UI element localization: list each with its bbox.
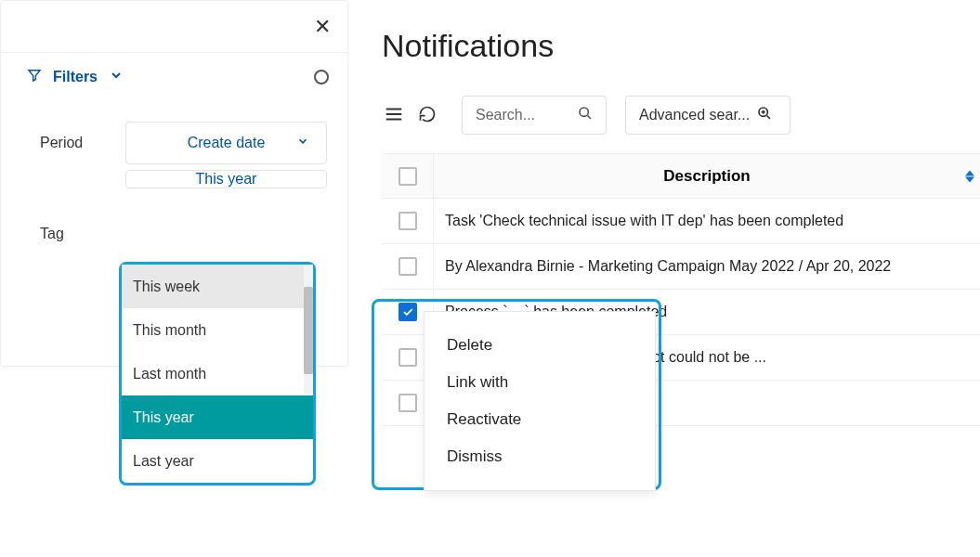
refresh-icon (418, 105, 437, 126)
scrollbar-track[interactable] (304, 265, 313, 395)
filters-toggle[interactable]: Filters (27, 68, 124, 86)
menu-button[interactable] (382, 103, 406, 127)
select-all-checkbox[interactable] (399, 167, 417, 186)
row-checkbox[interactable] (399, 257, 417, 276)
close-icon: ✕ (314, 15, 331, 38)
filter-sidebar: ✕ Filters Period Create date (0, 0, 348, 557)
period-type-select[interactable]: Create date (125, 122, 327, 164)
context-menu-item[interactable]: Delete (425, 327, 655, 364)
table-row[interactable]: Task 'Check technical issue with IT dep'… (382, 199, 980, 244)
dropdown-item[interactable]: This week (122, 265, 313, 308)
table-header: Description (382, 154, 980, 199)
page-title: Notifications (382, 28, 980, 64)
column-description-label: Description (663, 167, 751, 185)
period-range-value: This year (196, 171, 257, 188)
advanced-search-label: Advanced sear... (639, 107, 750, 123)
row-description: By Alexandra Birnie - Marketing Campaign… (434, 258, 980, 275)
table-row[interactable]: By Alexandra Birnie - Marketing Campaign… (382, 244, 980, 290)
row-checkbox[interactable] (399, 348, 417, 367)
svg-point-0 (580, 108, 588, 116)
period-type-value: Create date (188, 135, 266, 151)
search-plus-icon (757, 106, 772, 124)
scrollbar-thumb[interactable] (304, 287, 313, 374)
search-input[interactable] (476, 107, 568, 123)
row-checkbox[interactable] (399, 303, 417, 321)
search-box[interactable] (462, 96, 607, 135)
dropdown-item[interactable]: Last month (122, 352, 313, 395)
hamburger-icon (384, 104, 404, 127)
dropdown-item[interactable]: This month (122, 308, 313, 352)
funnel-icon (27, 68, 42, 86)
toolbar: Advanced sear... (382, 96, 980, 135)
context-menu-item[interactable]: Link with (425, 364, 655, 401)
period-dropdown: This weekThis monthLast monthThis yearLa… (119, 262, 316, 486)
period-range-select[interactable]: This year (125, 170, 327, 188)
context-menu: DeleteLink withReactivateDismiss (424, 311, 656, 491)
advanced-search-button[interactable]: Advanced sear... (625, 96, 791, 135)
search-icon (578, 106, 593, 124)
period-label: Period (40, 135, 112, 151)
row-checkbox[interactable] (399, 212, 417, 230)
circle-icon[interactable] (314, 70, 329, 84)
context-menu-item[interactable]: Reactivate (425, 401, 655, 438)
chevron-down-icon (109, 68, 124, 86)
filters-label: Filters (53, 69, 98, 85)
close-sidebar-button[interactable]: ✕ (314, 15, 331, 39)
chevron-down-icon (296, 135, 309, 151)
dropdown-item[interactable]: Last year (122, 439, 313, 483)
row-description: Task 'Check technical issue with IT dep'… (434, 213, 980, 229)
dropdown-item[interactable]: This year (122, 395, 313, 439)
tag-label: Tag (40, 226, 112, 242)
context-menu-item[interactable]: Dismiss (425, 438, 655, 475)
row-checkbox[interactable] (399, 394, 417, 412)
sort-icon (965, 170, 974, 182)
refresh-button[interactable] (415, 103, 439, 127)
column-description[interactable]: Description (434, 167, 980, 186)
